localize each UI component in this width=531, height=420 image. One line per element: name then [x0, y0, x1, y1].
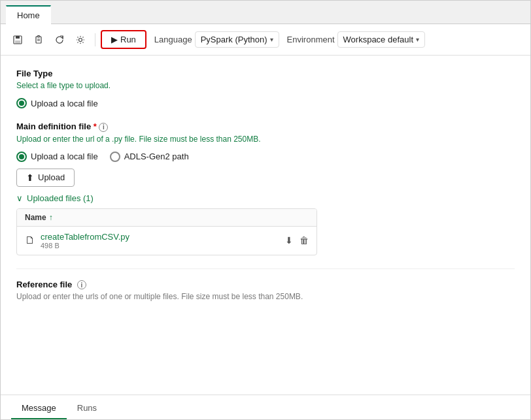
chevron-down-icon: ∨: [16, 193, 23, 203]
main-window: Home: [0, 0, 531, 420]
file-info: createTablefromCSV.py 498 B: [41, 232, 280, 250]
svg-rect-1: [16, 36, 20, 39]
file-size: 498 B: [41, 242, 280, 250]
upload-label: Upload: [38, 172, 65, 182]
tab-bar: Home: [1, 1, 530, 24]
environment-chevron-icon: ▾: [416, 36, 419, 43]
upload-arrow-icon: ⬆: [26, 172, 34, 183]
source-radio-group: Upload a local file ADLS-Gen2 path: [16, 152, 515, 162]
file-type-subtitle: Select a file type to upload.: [16, 81, 515, 90]
file-icon: 🗋: [25, 234, 35, 246]
radio-circle-local: [16, 98, 27, 108]
language-value: PySpark (Python): [201, 35, 267, 44]
main-def-subtitle: Upload or enter the url of a .py file. F…: [16, 135, 515, 144]
radio-local-circle: [16, 152, 27, 162]
toolbar: ▶ Run Language PySpark (Python) ▾ Enviro…: [1, 24, 530, 56]
source-local-label: Upload a local file: [31, 152, 98, 161]
file-actions: ⬇ 🗑: [285, 235, 309, 246]
file-table-header: Name ↑: [17, 209, 317, 227]
svg-point-7: [79, 38, 82, 41]
run-label: Run: [120, 35, 136, 44]
source-local-radio[interactable]: Upload a local file: [16, 152, 98, 162]
reference-file-section: Reference file i Upload or enter the url…: [16, 268, 515, 302]
run-button[interactable]: ▶ Run: [101, 30, 146, 49]
environment-value: Workspace default: [343, 35, 413, 44]
environment-label: Environment: [287, 35, 335, 44]
source-adls-label: ADLS-Gen2 path: [124, 152, 189, 161]
col-name-label: Name: [25, 213, 46, 222]
uploaded-files-toggle[interactable]: ∨ Uploaded files (1): [16, 193, 515, 203]
environment-dropdown[interactable]: Workspace default ▾: [337, 31, 425, 48]
download-icon[interactable]: ⬇: [285, 235, 293, 246]
file-type-section: File Type Select a file type to upload. …: [16, 69, 515, 108]
tab-message[interactable]: Message: [11, 398, 67, 419]
svg-rect-2: [15, 40, 20, 44]
ref-title: Reference file i: [16, 280, 515, 290]
refresh-icon[interactable]: [50, 31, 69, 49]
language-label: Language: [154, 35, 192, 44]
save-icon[interactable]: [9, 31, 27, 49]
file-table: Name ↑ 🗋 createTablefromCSV.py 498 B ⬇ 🗑: [16, 208, 317, 255]
main-content: File Type Select a file type to upload. …: [1, 56, 530, 395]
tab-home[interactable]: Home: [6, 5, 51, 24]
language-dropdown[interactable]: PySpark (Python) ▾: [195, 31, 279, 48]
info-icon[interactable]: i: [99, 123, 108, 132]
file-type-option-label: Upload a local file: [31, 99, 98, 108]
run-play-icon: ▶: [111, 35, 118, 44]
file-type-title: File Type: [16, 69, 515, 78]
ref-subtitle: Upload or enter the urls of one or multi…: [16, 292, 515, 301]
sort-arrow-icon[interactable]: ↑: [49, 213, 53, 222]
language-chevron-icon: ▾: [270, 36, 273, 43]
tab-runs[interactable]: Runs: [67, 398, 107, 419]
main-def-section: Main definition file * i Upload or enter…: [16, 121, 515, 255]
table-row: 🗋 createTablefromCSV.py 498 B ⬇ 🗑: [17, 227, 317, 255]
uploaded-files-label: Uploaded files (1): [27, 193, 94, 203]
separator: [95, 33, 95, 46]
delete-icon[interactable]: 🗑: [300, 235, 309, 246]
clipboard-icon[interactable]: [29, 31, 48, 49]
required-asterisk: *: [94, 121, 97, 131]
bottom-bar: Message Runs: [1, 395, 530, 419]
source-adls-radio[interactable]: ADLS-Gen2 path: [110, 152, 189, 162]
ref-info-icon[interactable]: i: [77, 280, 86, 289]
radio-adls-circle: [110, 152, 120, 162]
file-type-radio-local[interactable]: Upload a local file: [16, 98, 515, 108]
file-name[interactable]: createTablefromCSV.py: [41, 232, 280, 242]
upload-button[interactable]: ⬆ Upload: [16, 169, 75, 187]
main-def-title: Main definition file * i: [16, 121, 515, 132]
settings-icon[interactable]: [71, 31, 90, 49]
